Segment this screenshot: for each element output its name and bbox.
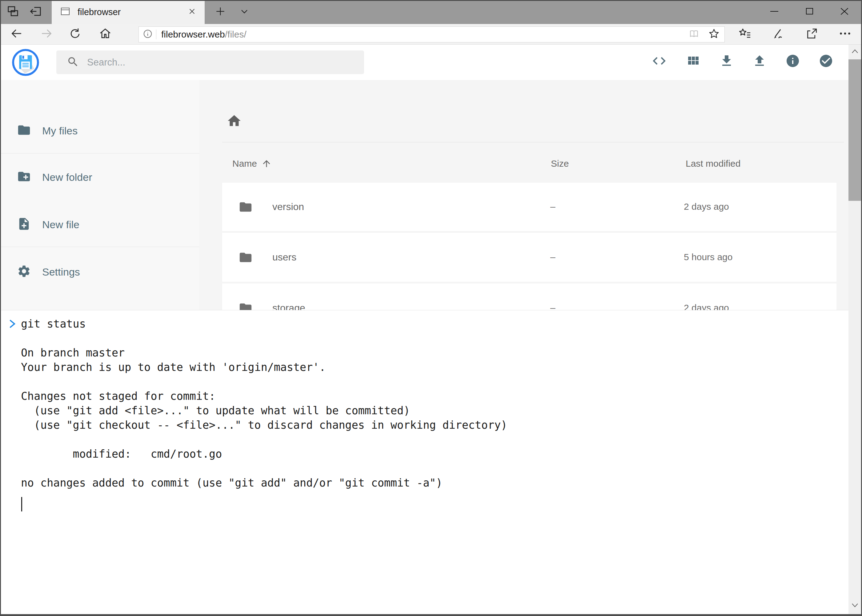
sidebar-item-label: New file	[42, 218, 79, 231]
file-listing: Name Size Last modified version – 2 days…	[199, 80, 848, 310]
file-row-storage[interactable]: storage – 2 days ago	[222, 284, 837, 310]
refresh-icon	[68, 27, 82, 41]
sidebar-item-label: My files	[42, 125, 77, 137]
column-header-modified[interactable]: Last modified	[686, 159, 741, 169]
terminal-command: git status	[21, 317, 86, 331]
new-tab-button[interactable]	[212, 4, 229, 20]
back-button[interactable]	[9, 27, 24, 41]
tab-preview-button[interactable]	[5, 4, 21, 20]
minimize-icon	[769, 6, 780, 18]
info-icon[interactable]	[143, 29, 152, 40]
chevron-down-icon	[239, 6, 250, 18]
file-name: version	[273, 201, 304, 212]
search-icon	[67, 56, 79, 69]
close-icon	[838, 6, 850, 19]
maximize-icon	[804, 6, 815, 18]
home-icon	[98, 27, 112, 41]
file-name: users	[273, 251, 296, 263]
scrollbar-thumb[interactable]	[848, 59, 861, 201]
terminal-output: On branch master Your branch is up to da…	[21, 331, 507, 490]
sidebar-item-new-file[interactable]: New file	[1, 215, 199, 234]
window-frame-top	[0, 0, 862, 1]
sidebar-item-my-files[interactable]: My files	[1, 121, 199, 140]
window-frame-left	[0, 0, 1, 616]
sort-arrow-up-icon	[261, 159, 272, 169]
maximize-button[interactable]	[795, 0, 824, 24]
file-size: –	[550, 303, 555, 310]
tab-preview-icon	[6, 5, 19, 19]
info-button[interactable]	[784, 53, 801, 70]
share-button[interactable]	[804, 27, 819, 41]
window-frame-bottom	[0, 614, 862, 616]
breadcrumb-home-button[interactable]	[227, 113, 242, 129]
file-size: –	[550, 201, 555, 212]
folder-plus-icon	[17, 170, 31, 185]
ink-notes-button[interactable]	[771, 27, 786, 41]
set-tabs-aside-icon	[29, 5, 42, 19]
address-bar[interactable]: filebrowser.web/files/	[139, 27, 725, 42]
star-icon	[708, 28, 720, 41]
forward-icon	[40, 27, 54, 41]
filebrowser-app: My files New folder New file	[1, 45, 848, 614]
search-input[interactable]	[87, 57, 352, 68]
settings-menu-button[interactable]	[838, 27, 853, 41]
folder-icon	[238, 250, 253, 266]
tab-title: filebrowser	[77, 7, 188, 17]
download-icon	[719, 53, 734, 69]
url-text: filebrowser.web/files/	[161, 29, 246, 40]
sidebar-item-label: New folder	[42, 171, 92, 183]
set-tabs-aside-button[interactable]	[28, 4, 44, 20]
file-row-users[interactable]: users – 5 hours ago	[222, 233, 837, 282]
filebrowser-logo[interactable]	[11, 48, 40, 77]
url-path: /files/	[225, 29, 246, 39]
url-host: filebrowser.web	[161, 29, 225, 39]
folder-icon	[238, 301, 253, 310]
address-divider	[156, 30, 156, 39]
folder-icon	[17, 123, 31, 138]
raw-code-button[interactable]	[651, 53, 668, 70]
close-icon	[188, 7, 197, 17]
reading-view-icon	[688, 28, 700, 41]
download-button[interactable]	[718, 53, 735, 70]
select-multiple-button[interactable]	[817, 53, 835, 70]
favorites-hub-icon	[738, 27, 752, 41]
reading-view-button[interactable]	[688, 28, 700, 41]
file-row-version[interactable]: version – 2 days ago	[222, 183, 837, 231]
sidebar-item-label: Settings	[42, 266, 80, 278]
close-window-button[interactable]	[830, 0, 859, 24]
ink-pen-icon	[772, 27, 785, 41]
close-tab-button[interactable]	[188, 7, 197, 17]
column-label: Name	[232, 159, 257, 169]
tab-list-dropdown-button[interactable]	[236, 4, 252, 20]
sidebar-divider	[1, 247, 199, 247]
column-header-size[interactable]: Size	[551, 159, 569, 169]
sidebar-item-settings[interactable]: Settings	[1, 262, 199, 281]
page-scrollbar[interactable]	[848, 45, 861, 614]
browser-tab[interactable]: filebrowser	[52, 0, 205, 24]
upload-icon	[752, 53, 767, 69]
browser-window: filebrowser	[0, 0, 862, 616]
prompt-chevron-icon	[8, 319, 17, 330]
sidebar: My files New folder New file	[1, 80, 199, 310]
refresh-button[interactable]	[68, 27, 82, 41]
sidebar-item-new-folder[interactable]: New folder	[1, 168, 199, 187]
column-header-name[interactable]: Name	[232, 159, 272, 169]
scrollbar-up-button[interactable]	[848, 45, 861, 59]
check-circle-icon	[819, 53, 834, 69]
scrollbar-down-button[interactable]	[848, 599, 861, 613]
app-body: My files New folder New file	[1, 80, 848, 310]
favorites-hub-button[interactable]	[738, 27, 752, 41]
grid-view-button[interactable]	[684, 53, 702, 70]
chevron-up-icon	[850, 48, 860, 56]
home-button[interactable]	[98, 27, 113, 41]
upload-button[interactable]	[751, 53, 768, 70]
favorite-star-button[interactable]	[708, 28, 720, 41]
minimize-button[interactable]	[760, 0, 788, 24]
search-box[interactable]	[56, 50, 364, 74]
column-label: Size	[551, 159, 569, 169]
forward-button[interactable]	[39, 27, 54, 41]
code-icon	[651, 53, 667, 70]
file-modified: 2 days ago	[684, 303, 729, 310]
back-icon	[9, 27, 23, 41]
terminal-panel[interactable]: git status On branch master Your branch …	[1, 310, 848, 614]
